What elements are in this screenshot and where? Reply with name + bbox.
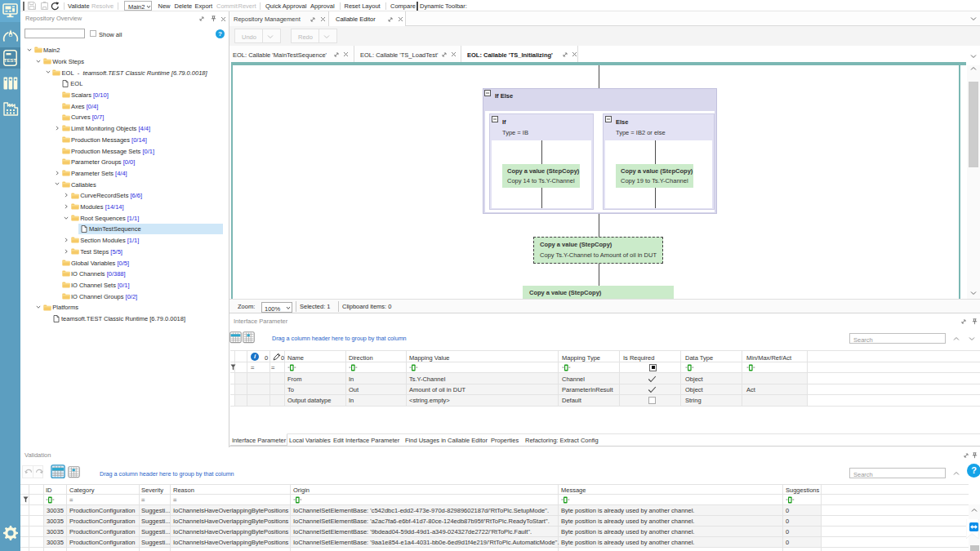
svg-text:TEST: TEST [4,58,17,63]
